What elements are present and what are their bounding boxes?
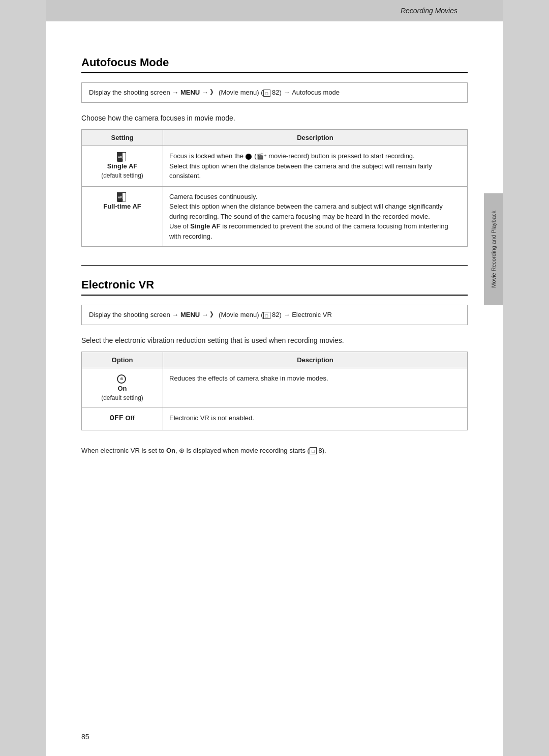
af-icon2: AF ⊟	[117, 192, 126, 201]
autofocus-row2-desc: Camera focuses continuously. Select this…	[163, 186, 468, 247]
circle-dot-icon	[246, 154, 252, 160]
autofocus-section: Autofocus Mode Display the shooting scre…	[81, 56, 468, 247]
autofocus-nav-text: Display the shooting screen → MENU → 》 (…	[89, 89, 340, 96]
autofocus-intro: Choose how the camera focuses in movie m…	[81, 114, 468, 122]
main-content: Autofocus Mode Display the shooting scre…	[81, 56, 468, 456]
evr-table: Option Description ⊛ On (default setting…	[81, 352, 468, 430]
evr-col1-header: Option	[82, 352, 163, 368]
vr-on-icon: ⊛	[117, 374, 126, 384]
evr-row1-setting: ⊛ On (default setting)	[82, 368, 163, 408]
evr-row2-name: Off	[125, 414, 135, 422]
evr-row2-setting: OFF Off	[82, 408, 163, 430]
side-tab-label: Movie Recording and Playback	[491, 211, 497, 288]
autofocus-col1-header: Setting	[82, 130, 163, 146]
evr-nav-text: Display the shooting screen → MENU → 》 (…	[89, 311, 332, 318]
autofocus-col2-header: Description	[163, 130, 468, 146]
table-row: AF ⊞ Single AF (default setting) Focus i…	[82, 146, 468, 187]
electronic-vr-title: Electronic VR	[81, 278, 468, 296]
autofocus-title: Autofocus Mode	[81, 56, 468, 73]
autofocus-row1-desc: Focus is locked when the (🎬⁺ movie-recor…	[163, 146, 468, 187]
on-bold: On	[166, 447, 175, 454]
page-ref-icon: □	[310, 447, 317, 454]
evr-intro: Select the electronic vibration reductio…	[81, 336, 468, 344]
autofocus-table: Setting Description AF ⊞ Single AF (defa…	[81, 129, 468, 247]
single-af-bold: Single AF	[190, 222, 220, 230]
header-bar: Recording Movies	[46, 0, 503, 21]
evr-row1-sub: (default setting)	[88, 393, 157, 402]
header-title: Recording Movies	[401, 7, 458, 15]
autofocus-row2-setting: AF ⊟ Full-time AF	[82, 186, 163, 247]
evr-col2-header: Description	[163, 352, 468, 368]
table-row: AF ⊟ Full-time AF Camera focuses continu…	[82, 186, 468, 247]
evr-nav-box: Display the shooting screen → MENU → 》 (…	[81, 305, 468, 325]
electronic-vr-section: Electronic VR Display the shooting scree…	[81, 278, 468, 456]
evr-footer-note: When electronic VR is set to On, ⊛ is di…	[81, 446, 468, 456]
vr-display-icon: ⊛	[179, 447, 185, 454]
af-icon: AF ⊞	[117, 152, 126, 161]
page-number: 85	[81, 733, 89, 741]
af-row1-sub: (default setting)	[88, 171, 157, 180]
evr-row1-name: On	[88, 384, 157, 394]
table-row: OFF Off Electronic VR is not enabled.	[82, 408, 468, 430]
movie-record-icon: 🎬⁺	[257, 153, 267, 159]
autofocus-nav-box: Display the shooting screen → MENU → 》 (…	[81, 82, 468, 103]
autofocus-row1-setting: AF ⊞ Single AF (default setting)	[82, 146, 163, 187]
table-row: ⊛ On (default setting) Reduces the effec…	[82, 368, 468, 408]
evr-row2-desc: Electronic VR is not enabled.	[163, 408, 468, 430]
page: Recording Movies Movie Recording and Pla…	[46, 0, 503, 756]
off-label: OFF	[110, 414, 124, 423]
section-divider	[81, 265, 468, 266]
side-tab: Movie Recording and Playback	[484, 193, 503, 305]
evr-row1-desc: Reduces the effects of camera shake in m…	[163, 368, 468, 408]
